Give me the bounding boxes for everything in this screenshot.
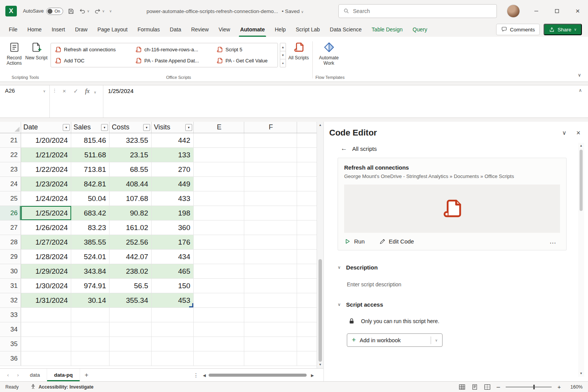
row-header[interactable]: 31 [0, 279, 21, 293]
accessibility-status[interactable]: Accessibility: Investigate [30, 384, 93, 390]
cell-visits[interactable] [152, 322, 194, 336]
cell-sales[interactable]: 815.46 [71, 133, 109, 147]
cell-date[interactable]: 1/28/2024 [21, 250, 71, 264]
run-button[interactable]: Run [344, 238, 365, 245]
zoom-slider[interactable] [506, 384, 552, 390]
gallery-down-button[interactable]: ▼ [280, 51, 286, 59]
cell-date[interactable]: 1/23/2024 [21, 177, 71, 191]
cell-g[interactable] [297, 162, 317, 176]
cell-f[interactable] [244, 293, 297, 307]
page-layout-view-button[interactable] [471, 384, 478, 390]
cell-costs[interactable]: 238.02 [109, 264, 152, 278]
formula-bar-handle[interactable]: ⋮ [52, 88, 57, 118]
add-options-chevron-icon[interactable]: ∨ [435, 338, 438, 342]
all-scripts-back-link[interactable]: ← All scripts [341, 145, 588, 152]
grid-horizontal-scrollbar[interactable]: ◀ ▶ [203, 372, 314, 379]
code-editor-scrollbar[interactable]: ▲ ▼ [578, 143, 584, 377]
cell-e[interactable] [194, 191, 244, 206]
cell-date[interactable]: 1/22/2024 [21, 162, 71, 176]
column-header-sales[interactable]: Sales ▾ [71, 122, 109, 133]
row-header[interactable]: 21 [0, 133, 21, 147]
cell-date[interactable]: 1/27/2024 [21, 235, 71, 249]
ribbon-tab-automate[interactable]: Automate [235, 22, 270, 37]
gallery-more-button[interactable]: ▾ [280, 59, 286, 67]
cell-visits[interactable]: 449 [152, 177, 194, 191]
cell-sales[interactable] [71, 308, 109, 322]
cell-f[interactable] [244, 148, 297, 162]
collapse-formula-bar-chevron-icon[interactable]: ∧ [573, 85, 588, 118]
scroll-left-arrow-icon[interactable]: ◀ [203, 373, 206, 377]
cell-sales[interactable] [71, 351, 109, 366]
ribbon-tab-review[interactable]: Review [186, 22, 214, 37]
cell-sales[interactable]: 524.01 [71, 250, 109, 264]
cell-visits[interactable]: 150 [152, 279, 194, 293]
cell-sales[interactable] [71, 337, 109, 351]
cell-visits[interactable]: 465 [152, 264, 194, 278]
filter-button-costs[interactable]: ▾ [143, 124, 150, 131]
cell-date[interactable]: 1/29/2024 [21, 264, 71, 278]
name-box[interactable]: A26 ∨ [0, 85, 50, 118]
cell-e[interactable] [194, 279, 244, 293]
all-scripts-button[interactable]: All Scripts [287, 38, 310, 61]
cell-f[interactable] [244, 351, 297, 366]
row-header[interactable]: 25 [0, 191, 21, 206]
new-sheet-button[interactable]: + [80, 371, 93, 379]
zoom-percentage[interactable]: 160% [567, 384, 583, 390]
redo-button[interactable]: ∨ [94, 8, 105, 15]
record-actions-button[interactable]: Record Actions [3, 38, 25, 66]
ribbon-tab-home[interactable]: Home [23, 22, 47, 37]
row-header[interactable]: 34 [0, 322, 21, 336]
cell-f[interactable] [244, 279, 297, 293]
cell-costs[interactable]: 90.82 [109, 206, 152, 220]
row-header[interactable]: 29 [0, 250, 21, 264]
cell-e[interactable] [194, 250, 244, 264]
cell-e[interactable] [194, 351, 244, 366]
document-title[interactable]: power-automate-office-scripts-refresh-co… [112, 8, 338, 14]
cell-visits[interactable]: 453 [152, 293, 194, 307]
ribbon-tab-view[interactable]: View [214, 22, 235, 37]
row-header[interactable]: 24 [0, 177, 21, 191]
autosave-toggle[interactable]: AutoSave On [23, 8, 63, 15]
cell-f[interactable] [244, 235, 297, 249]
select-all-corner[interactable] [0, 122, 21, 133]
cell-costs[interactable] [109, 308, 152, 322]
cell-visits[interactable]: 133 [152, 148, 194, 162]
filter-button-date[interactable]: ▾ [63, 124, 70, 131]
cell-costs[interactable]: 442.07 [109, 250, 152, 264]
office-script-item[interactable]: PA - Paste Append Dat... [134, 57, 215, 64]
cell-g[interactable] [297, 235, 317, 249]
ribbon-tab-script-lab[interactable]: Script Lab [291, 22, 325, 37]
cell-visits[interactable] [152, 351, 194, 366]
cell-f[interactable] [244, 177, 297, 191]
cell-g[interactable] [297, 177, 317, 191]
ribbon-tab-insert[interactable]: Insert [47, 22, 70, 37]
cell-costs[interactable]: 56.5 [109, 279, 152, 293]
sheet-prev-arrow[interactable]: ‹ [3, 372, 13, 378]
cell-costs[interactable] [109, 351, 152, 366]
cell-costs[interactable]: 252.56 [109, 235, 152, 249]
column-header-visits[interactable]: Visits ▾ [152, 122, 194, 133]
description-placeholder[interactable]: Enter script description [347, 281, 588, 287]
new-script-button[interactable]: New Script [25, 38, 47, 61]
pane-scroll-up-icon[interactable]: ▲ [580, 144, 583, 148]
cell-e[interactable] [194, 133, 244, 147]
cell-g[interactable] [297, 308, 317, 322]
column-header-date[interactable]: Date ▾ [21, 122, 71, 133]
gallery-up-button[interactable]: ▲ [280, 43, 286, 51]
cell-e[interactable] [194, 293, 244, 307]
hscrollbar-track[interactable] [208, 373, 309, 377]
cell-sales[interactable]: 30.14 [71, 293, 109, 307]
cell-costs[interactable]: 161.02 [109, 220, 152, 235]
cell-e[interactable] [194, 337, 244, 351]
maximize-button[interactable] [547, 0, 567, 22]
ribbon-tab-query[interactable]: Query [408, 22, 432, 37]
office-script-item[interactable]: Script 5 [215, 46, 275, 53]
cell-visits[interactable] [152, 308, 194, 322]
cell-visits[interactable]: 198 [152, 206, 194, 220]
cell-g[interactable] [297, 191, 317, 206]
cell-visits[interactable]: 434 [152, 250, 194, 264]
undo-button[interactable]: ∨ [79, 8, 90, 15]
ribbon-tab-data[interactable]: Data [165, 22, 186, 37]
ribbon-tab-help[interactable]: Help [270, 22, 291, 37]
ribbon-tab-page-layout[interactable]: Page Layout [93, 22, 133, 37]
